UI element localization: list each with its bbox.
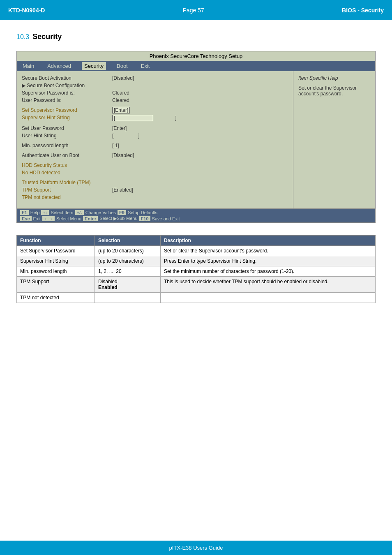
header-left: KTD-N0904-D bbox=[8, 7, 45, 14]
header-bar: KTD-N0904-D Page 57 BIOS - Security bbox=[0, 0, 392, 20]
bios-desc-change-values: Change Values bbox=[85, 210, 116, 215]
bios-label-supervisor-pw-status: Supervisor Password is: bbox=[22, 90, 112, 96]
bios-row-user-pw-status: User Password is: Cleared bbox=[22, 97, 288, 103]
bios-key-f1: F1 bbox=[20, 210, 29, 215]
section-title: Security bbox=[32, 32, 62, 41]
section-number: 10.3 bbox=[16, 33, 29, 41]
bios-label-min-pw-length: Min. password length bbox=[22, 143, 112, 148]
bios-desc-select-menu: Select Menu bbox=[56, 216, 81, 221]
bios-label-tpm-support: TPM Support bbox=[22, 187, 112, 193]
bios-value-supervisor-hint: [ ] bbox=[112, 115, 177, 121]
bios-key-enter: Enter bbox=[83, 216, 98, 221]
bios-label-no-hdd: No HDD detected bbox=[22, 170, 112, 176]
bios-group-min-pw: Min. password length [ 1] bbox=[22, 143, 288, 148]
cell-function: Min. password length bbox=[17, 266, 95, 277]
bios-desc-save-exit: Save and Exit bbox=[152, 216, 180, 221]
table-row: Set Supervisor Password (up to 20 charac… bbox=[17, 246, 376, 256]
section-heading: 10.3 Security bbox=[16, 32, 376, 41]
header-center: Page 57 bbox=[183, 7, 204, 14]
footer-text: pITX-E38 Users Guide bbox=[169, 545, 223, 551]
bios-label-secure-boot-activation: Secure Boot Activation bbox=[22, 75, 112, 81]
bios-footer: F1 Help ↑↓ Select Item +/- Change Values… bbox=[17, 208, 375, 222]
bios-main-panel: Secure Boot Activation [Disabled] ▶ Secu… bbox=[17, 71, 293, 208]
bios-desc-exit: Exit bbox=[33, 216, 41, 221]
cell-description: Set or clear the Supervisor account's pa… bbox=[160, 246, 375, 256]
bios-key-plusminus: +/- bbox=[75, 210, 84, 215]
bios-value-secure-boot-activation: [Disabled] bbox=[112, 75, 134, 81]
bios-value-user-hint: [ ] bbox=[112, 133, 140, 139]
bios-row-min-pw-length: Min. password length [ 1] bbox=[22, 143, 288, 148]
bios-group-hdd: HDD Security Status No HDD detected bbox=[22, 162, 288, 176]
bios-row-authenticate-boot: Authenticate User on Boot [Disabled] bbox=[22, 153, 288, 158]
cell-description bbox=[160, 293, 375, 303]
bios-group-boot: Secure Boot Activation [Disabled] ▶ Secu… bbox=[22, 75, 288, 103]
bios-row-user-hint: User Hint String [ ] bbox=[22, 133, 288, 139]
bios-sidebar: Item Specific Help Set or clear the Supe… bbox=[293, 71, 375, 208]
bios-key-f10: F10 bbox=[139, 216, 150, 221]
bios-row-no-hdd: No HDD detected bbox=[22, 170, 288, 176]
bios-value-authenticate-boot: [Disabled] bbox=[112, 153, 134, 158]
cell-function: TPM Support bbox=[17, 277, 95, 293]
cell-selection: 1, 2, ..., 20 bbox=[95, 266, 161, 277]
cell-function: Supervisor Hint String bbox=[17, 256, 95, 266]
bios-key-updown: ↑↓ bbox=[41, 210, 49, 215]
bios-value-set-supervisor-pw: [Enter] bbox=[112, 107, 130, 113]
bios-group-auth: Authenticate User on Boot [Disabled] bbox=[22, 153, 288, 158]
bios-value-tpm-support: [Enabled] bbox=[112, 187, 133, 193]
bios-nav-main[interactable]: Main bbox=[20, 62, 37, 70]
bios-group-tpm: Trusted Platform Module (TPM) TPM Suppor… bbox=[22, 180, 288, 200]
bios-label-tpm-not-detected: TPM not detected bbox=[22, 194, 112, 200]
bios-body: Secure Boot Activation [Disabled] ▶ Secu… bbox=[17, 71, 375, 208]
bios-row-supervisor-hint: Supervisor Hint String [ ] bbox=[22, 115, 288, 121]
bios-row-secure-boot-activation: Secure Boot Activation [Disabled] bbox=[22, 75, 288, 81]
cell-selection: (up to 20 characters) bbox=[95, 256, 161, 266]
bios-group-user: Set User Password [Enter] User Hint Stri… bbox=[22, 125, 288, 139]
bios-desc-submenu: Select ▶Sub-Menu bbox=[99, 216, 137, 221]
bios-row-supervisor-pw-status: Supervisor Password is: Cleared bbox=[22, 90, 288, 96]
bios-nav-boot[interactable]: Boot bbox=[114, 62, 130, 70]
bios-key-esc: Esc bbox=[20, 216, 32, 221]
bios-sidebar-title: Item Specific Help bbox=[298, 75, 370, 81]
header-right: BIOS - Security bbox=[342, 7, 384, 14]
bios-label-tpm-module: Trusted Platform Module (TPM) bbox=[22, 180, 112, 185]
bios-row-set-user-pw: Set User Password [Enter] bbox=[22, 125, 288, 131]
page-footer: pITX-E38 Users Guide bbox=[0, 541, 392, 555]
bios-desc-help: Help bbox=[30, 210, 40, 215]
main-content: 10.3 Security Phoenix SecureCore Technol… bbox=[0, 20, 392, 541]
cell-description: Press Enter to type Supervisor Hint Stri… bbox=[160, 256, 375, 266]
bios-nav: Main Advanced Security Boot Exit bbox=[17, 61, 375, 71]
col-selection: Selection bbox=[95, 236, 161, 246]
bios-value-supervisor-pw-status: Cleared bbox=[112, 90, 129, 96]
cell-selection: (up to 20 characters) bbox=[95, 246, 161, 256]
bios-row-tpm-module: Trusted Platform Module (TPM) bbox=[22, 180, 288, 185]
table-row: TPM not detected bbox=[17, 293, 376, 303]
cell-description: Set the minimum number of characters for… bbox=[160, 266, 375, 277]
bios-label-supervisor-hint: Supervisor Hint String bbox=[22, 115, 112, 121]
bios-footer-left: F1 Help ↑↓ Select Item +/- Change Values… bbox=[20, 210, 180, 221]
bios-row-tpm-support: TPM Support [Enabled] bbox=[22, 187, 288, 193]
bios-key-f9: F9 bbox=[118, 210, 126, 215]
bios-desc-setup-defaults: Setup Defaults bbox=[128, 210, 157, 215]
cell-selection: DisabledEnabled bbox=[95, 277, 161, 293]
table-row: Supervisor Hint String (up to 20 charact… bbox=[17, 256, 376, 266]
bios-nav-security[interactable]: Security bbox=[82, 62, 106, 70]
col-description: Description bbox=[160, 236, 375, 246]
cell-selection bbox=[95, 293, 161, 303]
bios-row-hdd-security: HDD Security Status bbox=[22, 162, 288, 168]
bios-sidebar-text: Set or clear the Supervisor account's pa… bbox=[298, 85, 370, 97]
bios-label-secure-boot-config: ▶ Secure Boot Configuration bbox=[22, 83, 112, 88]
bios-row-set-supervisor-pw: Set Supervisor Password [Enter] bbox=[22, 107, 288, 113]
bios-label-user-pw-status: User Password is: bbox=[22, 97, 112, 103]
bios-row-tpm-not-detected: TPM not detected bbox=[22, 194, 288, 200]
bios-key-leftright: ←→ bbox=[42, 216, 55, 221]
cell-function: Set Supervisor Password bbox=[17, 246, 95, 256]
bios-nav-exit[interactable]: Exit bbox=[138, 62, 152, 70]
bios-label-set-supervisor-pw: Set Supervisor Password bbox=[22, 107, 112, 113]
bios-group-supervisor: Set Supervisor Password [Enter] Supervis… bbox=[22, 107, 288, 121]
bios-row-secure-boot-config: ▶ Secure Boot Configuration bbox=[22, 83, 288, 88]
bios-value-set-user-pw: [Enter] bbox=[112, 125, 127, 131]
bios-value-user-pw-status: Cleared bbox=[112, 97, 129, 103]
bios-nav-advanced[interactable]: Advanced bbox=[45, 62, 74, 70]
bios-title: Phoenix SecureCore Technology Setup bbox=[17, 51, 375, 61]
bios-label-set-user-pw: Set User Password bbox=[22, 125, 112, 131]
